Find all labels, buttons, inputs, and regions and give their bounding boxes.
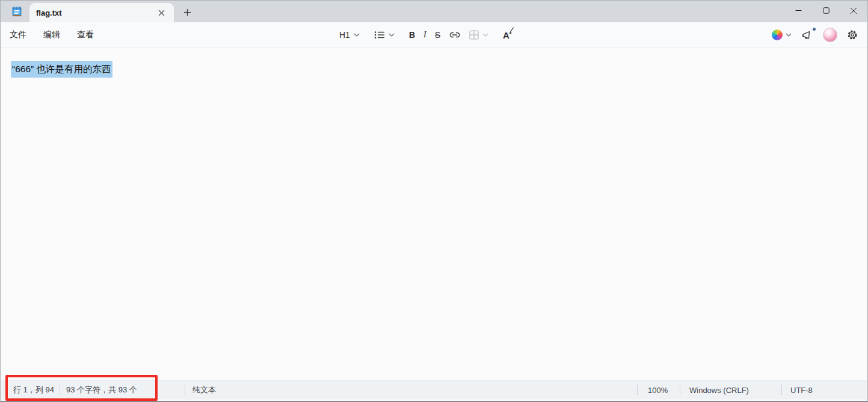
status-bar: 行 1，列 94 93 个字符，共 93 个 纯文本 100% Windows … xyxy=(1,380,867,400)
menu-edit[interactable]: 编辑 xyxy=(38,26,66,44)
chevron-down-icon xyxy=(786,33,792,37)
minimize-button[interactable] xyxy=(784,1,812,20)
title-bar: flag.txt xyxy=(1,1,867,22)
command-bar: 文件 编辑 查看 H1 xyxy=(1,22,867,48)
tab-close-button[interactable] xyxy=(153,5,169,20)
rewrite-button[interactable]: A xyxy=(499,26,514,44)
selected-text: “666” 也许是有用的东西 xyxy=(11,61,112,78)
statusbar-divider xyxy=(637,385,638,395)
bold-button[interactable]: B xyxy=(405,26,419,44)
cursor-position: 行 1，列 94 xyxy=(13,385,54,395)
close-icon xyxy=(850,7,857,14)
copilot-icon xyxy=(772,29,783,40)
statusbar-divider xyxy=(781,385,782,395)
chevron-down-icon xyxy=(482,33,488,37)
link-icon xyxy=(449,31,461,39)
link-button[interactable] xyxy=(445,26,465,44)
notepad-window: flag.txt xyxy=(0,0,868,402)
plus-icon xyxy=(183,8,191,16)
list-style-button[interactable] xyxy=(370,26,399,44)
menu-file[interactable]: 文件 xyxy=(4,26,32,44)
character-count: 93 个字符，共 93 个 xyxy=(66,385,137,395)
gear-icon xyxy=(847,29,858,40)
new-tab-button[interactable] xyxy=(179,4,195,20)
bold-label: B xyxy=(409,30,415,40)
account-button[interactable] xyxy=(819,26,841,44)
strikethrough-button[interactable]: S xyxy=(431,26,445,44)
minimize-icon xyxy=(795,7,802,14)
chevron-down-icon xyxy=(389,33,395,37)
settings-button[interactable] xyxy=(843,26,861,44)
strikethrough-label: S xyxy=(435,30,440,40)
italic-label: I xyxy=(423,30,426,40)
bulleted-list-icon xyxy=(374,31,385,39)
close-button[interactable] xyxy=(840,1,867,20)
zoom-level: 100% xyxy=(648,386,668,395)
close-icon xyxy=(158,10,165,16)
tab-flag-txt[interactable]: flag.txt xyxy=(29,3,174,22)
pen-icon xyxy=(509,27,514,34)
formatting-toolbar: H1 B xyxy=(335,22,514,48)
maximize-button[interactable] xyxy=(812,1,840,20)
statusbar-divider xyxy=(185,385,185,395)
notification-dot xyxy=(813,28,816,31)
window-controls xyxy=(784,1,867,20)
chevron-down-icon xyxy=(354,33,360,37)
heading-style-button[interactable]: H1 xyxy=(335,26,364,44)
heading-label: H1 xyxy=(339,30,350,40)
notepad-app-icon xyxy=(11,5,23,17)
encoding: UTF-8 xyxy=(790,386,813,395)
feedback-button[interactable] xyxy=(798,26,817,44)
maximize-icon xyxy=(823,7,830,14)
menu-view[interactable]: 查看 xyxy=(72,26,99,44)
copilot-button[interactable] xyxy=(768,26,795,44)
table-icon xyxy=(469,30,479,40)
statusbar-divider xyxy=(60,385,60,395)
document-type: 纯文本 xyxy=(192,385,216,395)
line-ending: Windows (CRLF) xyxy=(689,386,749,395)
commandbar-right-icons xyxy=(768,22,861,48)
tab-title: flag.txt xyxy=(36,8,153,17)
megaphone-icon xyxy=(801,29,813,40)
menu-bar: 文件 编辑 查看 xyxy=(4,22,105,48)
editor-area[interactable]: “666” 也许是有用的东西 xyxy=(1,48,867,382)
table-button[interactable] xyxy=(465,26,493,44)
statusbar-divider xyxy=(680,385,680,395)
avatar xyxy=(823,28,837,42)
italic-button[interactable]: I xyxy=(419,26,431,44)
